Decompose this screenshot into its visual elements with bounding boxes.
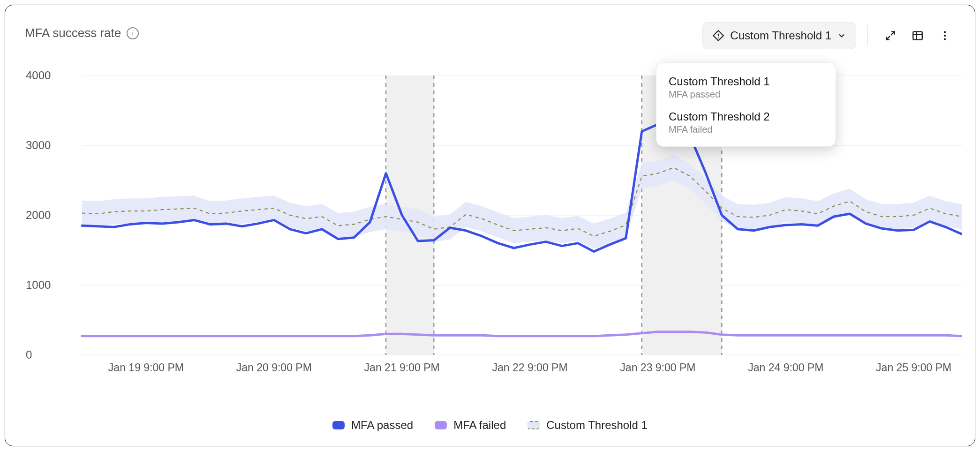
svg-point-1 (718, 38, 719, 38)
threshold-dropdown-label: Custom Threshold 1 (730, 29, 831, 42)
legend-swatch-purple (435, 421, 447, 429)
svg-rect-4 (913, 31, 922, 39)
threshold-option-subtitle: MFA passed (669, 89, 823, 100)
y-axis-tick-label: 3000 (26, 139, 51, 152)
toolbar-separator (867, 25, 868, 46)
y-axis-tick-label: 1000 (26, 278, 51, 292)
legend-label: MFA passed (351, 419, 413, 432)
more-options-button[interactable] (934, 24, 956, 47)
expand-button[interactable] (879, 24, 902, 47)
table-view-button[interactable] (906, 24, 929, 47)
threshold-option-subtitle: MFA failed (669, 124, 823, 135)
legend-swatch-blue (332, 421, 345, 429)
legend-label: Custom Threshold 1 (546, 419, 648, 432)
threshold-dropdown-menu: Custom Threshold 1 MFA passed Custom Thr… (656, 62, 836, 147)
panel-title-row: MFA success rate i (25, 26, 139, 40)
threshold-option-2[interactable]: Custom Threshold 2 MFA failed (669, 107, 823, 137)
svg-point-7 (944, 31, 946, 33)
svg-point-8 (944, 35, 946, 37)
legend-label: MFA failed (453, 419, 506, 432)
threshold-dropdown-button[interactable]: Custom Threshold 1 (702, 22, 856, 49)
info-icon[interactable]: i (127, 27, 139, 39)
threshold-option-1[interactable]: Custom Threshold 1 MFA passed (669, 72, 823, 107)
x-axis-tick-label: Jan 22 9:00 PM (492, 361, 567, 374)
x-axis-tick-label: Jan 24 9:00 PM (748, 361, 823, 374)
table-icon (912, 30, 924, 42)
chart-panel: MFA success rate i Custom Threshold 1 Cu… (5, 5, 975, 446)
svg-point-9 (944, 38, 946, 40)
chart-legend: MFA passed MFA failed Custom Threshold 1 (5, 419, 975, 432)
x-axis-tick-label: Jan 23 9:00 PM (620, 361, 695, 374)
expand-icon (884, 30, 897, 42)
x-axis-tick-label: Jan 20 9:00 PM (236, 361, 312, 374)
x-axis-tick-label: Jan 21 9:00 PM (364, 361, 440, 374)
threshold-option-title: Custom Threshold 1 (669, 75, 823, 88)
panel-title: MFA success rate (25, 26, 121, 40)
legend-item-passed[interactable]: MFA passed (332, 419, 413, 432)
y-axis-tick-label: 0 (26, 348, 32, 361)
alert-diamond-icon (712, 30, 724, 42)
more-vertical-icon (939, 30, 951, 42)
chevron-down-icon (837, 31, 846, 40)
legend-item-threshold[interactable]: Custom Threshold 1 (528, 419, 648, 432)
legend-item-failed[interactable]: MFA failed (435, 419, 506, 432)
legend-swatch-threshold (528, 421, 540, 429)
threshold-option-title: Custom Threshold 2 (669, 110, 823, 123)
y-axis-tick-label: 4000 (26, 69, 51, 82)
x-axis-tick-label: Jan 19 9:00 PM (108, 361, 184, 374)
x-axis-tick-label: Jan 25 9:00 PM (876, 361, 951, 374)
y-axis-tick-label: 2000 (26, 209, 51, 222)
panel-toolbar: Custom Threshold 1 (702, 22, 956, 49)
